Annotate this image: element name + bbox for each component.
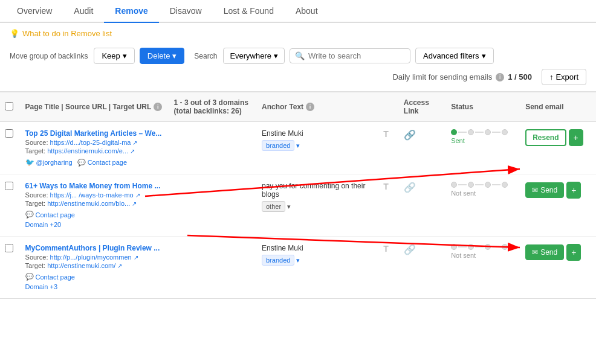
link-broken-icon[interactable]: 🔗 (404, 244, 416, 255)
source-url-link[interactable]: https://j... /ways-to-make-mo (50, 191, 134, 199)
add-template-button[interactable]: + (566, 182, 581, 199)
external-icon: ↗ (132, 200, 137, 207)
add-template-button[interactable]: + (566, 244, 581, 261)
tab-lost-found[interactable]: Lost & Found (213, 0, 285, 22)
send-actions: Resend + (525, 129, 591, 146)
add-template-button[interactable]: + (569, 129, 583, 146)
contact-page-link[interactable]: 💬Contact page (25, 211, 75, 219)
link-broken-icon[interactable]: 🔗 (404, 182, 416, 193)
target-url-link[interactable]: http://enstinemuki.com/ (47, 262, 115, 269)
target-url-link[interactable]: http://enstinemuki.com/blo... (47, 200, 130, 207)
send-actions: ✉Send + (525, 244, 591, 261)
source-url-link[interactable]: http://p.../plugin/mycommen (50, 254, 132, 261)
text-icon[interactable]: T (383, 244, 389, 254)
comment-icon: 💬 (77, 159, 86, 167)
anchor-type-dropdown[interactable]: branded ▾ (262, 140, 300, 151)
access-link-cell: 🔗 (399, 237, 446, 299)
twitter-link[interactable]: 🐦@jorgharing (25, 158, 73, 167)
chevron-down-icon: ▾ (123, 51, 127, 60)
anchor-info-icon[interactable]: i (306, 103, 314, 111)
page-title: MyCommentAuthors | Plugin Review ... (25, 244, 164, 252)
target-url: Target: http://enstinemuki.com/blo... ↗ (25, 200, 164, 207)
export-button[interactable]: ↑ Export (542, 69, 586, 85)
page-title: 61+ Ways to Make Money from Home ... (25, 182, 164, 190)
external-icon: ↗ (134, 254, 138, 261)
anchor-chevron: ▾ (287, 203, 291, 211)
contact-page-link[interactable]: 💬Contact page (25, 273, 75, 281)
daily-limit: Daily limit for sending emails i 1 / 500 (392, 72, 532, 81)
anchor-text: pay you for commenting on their blogs (262, 182, 374, 199)
comment-icon: 💬 (25, 211, 34, 219)
anchor-type-dropdown[interactable]: branded ▾ (262, 255, 300, 266)
th-count: 1 - 3 out of 3 domains (total backlinks:… (169, 92, 257, 122)
table-row: MyCommentAuthors | Plugin Review ... Sou… (0, 237, 596, 299)
anchor-type-dropdown[interactable]: other ▾ (262, 201, 291, 212)
domain-plus-link[interactable]: Domain +20 (25, 221, 62, 228)
row-checkbox-cell (0, 122, 21, 174)
resend-button[interactable]: Resend (525, 129, 566, 146)
backlinks-table: Page Title | Source URL | Target URL i 1… (0, 92, 596, 298)
backlinks-table-container: Page Title | Source URL | Target URL i 1… (0, 91, 596, 299)
tab-audit[interactable]: Audit (63, 0, 104, 22)
contact-page-link[interactable]: 💬Contact page (77, 159, 127, 167)
info-icon[interactable]: i (496, 73, 504, 81)
everywhere-dropdown[interactable]: Everywhere ▾ (223, 48, 285, 64)
page-cell: Top 25 Digital Marketing Articles – We..… (21, 122, 169, 174)
source-url-link[interactable]: https://d.../top-25-digital-ma (50, 139, 131, 146)
status-cell: Sent (446, 122, 520, 174)
select-all-checkbox[interactable] (5, 102, 13, 110)
t-cell: T (378, 122, 399, 174)
target-url-link[interactable]: https://enstinemuki.com/e... (47, 147, 128, 155)
text-icon[interactable]: T (383, 129, 389, 139)
th-status: Status (446, 92, 520, 122)
tab-overview[interactable]: Overview (6, 0, 63, 22)
keep-button[interactable]: Keep ▾ (94, 48, 134, 64)
tab-disavow[interactable]: Disavow (159, 0, 213, 22)
anchor-text: Enstine Muki (262, 244, 374, 252)
send-button[interactable]: ✉Send (525, 244, 564, 260)
access-link-cell: 🔗 (399, 174, 446, 237)
send-actions: ✉Send + (525, 182, 591, 199)
source-url: Source: https://d.../top-25-digital-ma ↗ (25, 139, 164, 146)
email-icon: ✉ (532, 186, 538, 194)
table-row: 61+ Ways to Make Money from Home ... Sou… (0, 174, 596, 237)
status-label: Not sent (451, 252, 516, 259)
domain-plus-link[interactable]: Domain +3 (25, 283, 58, 290)
row-checkbox[interactable] (5, 129, 13, 138)
row-checkbox[interactable] (5, 244, 13, 252)
external-icon: ↗ (135, 192, 140, 199)
t-cell: T (378, 174, 399, 237)
send-email-cell: ✉Send + (520, 174, 596, 237)
count-cell (169, 237, 257, 299)
email-icon: ✉ (532, 248, 538, 257)
th-anchor: Anchor Text i (257, 92, 378, 122)
source-url: Source: http://p.../plugin/mycommen ↗ (25, 254, 164, 261)
page-info-icon[interactable]: i (154, 103, 162, 111)
info-bar: 💡 What to do in Remove list (0, 23, 596, 44)
count-cell (169, 174, 257, 237)
th-send-email: Send email (520, 92, 596, 122)
send-email-cell: Resend + (520, 122, 596, 174)
advanced-filters-button[interactable]: Advanced filters ▾ (415, 48, 494, 64)
row-checkbox[interactable] (5, 182, 13, 190)
tab-about[interactable]: About (285, 0, 329, 22)
chevron-down-icon: ▾ (482, 51, 486, 60)
tab-remove[interactable]: Remove (104, 0, 158, 23)
status-cell: Not sent (446, 174, 520, 237)
search-icon: 🔍 (295, 51, 305, 60)
source-url: Source: https://j... /ways-to-make-mo ↗ (25, 191, 164, 199)
link-icon[interactable]: 🔗 (404, 130, 416, 140)
th-page: Page Title | Source URL | Target URL i (21, 92, 169, 122)
info-link[interactable]: 💡 What to do in Remove list (10, 29, 586, 38)
anchor-chevron: ▾ (296, 257, 300, 264)
external-icon: ↗ (132, 139, 137, 146)
send-button[interactable]: ✉Send (525, 182, 564, 198)
social-links: 💬Contact page (25, 273, 164, 281)
chevron-down-icon: ▾ (172, 51, 177, 60)
status-label: Not sent (451, 190, 516, 197)
delete-button[interactable]: Delete ▾ (140, 48, 185, 64)
search-input[interactable] (308, 51, 405, 60)
text-icon[interactable]: T (383, 182, 389, 191)
status-label: Sent (451, 137, 516, 144)
page-title: Top 25 Digital Marketing Articles – We..… (25, 129, 164, 138)
